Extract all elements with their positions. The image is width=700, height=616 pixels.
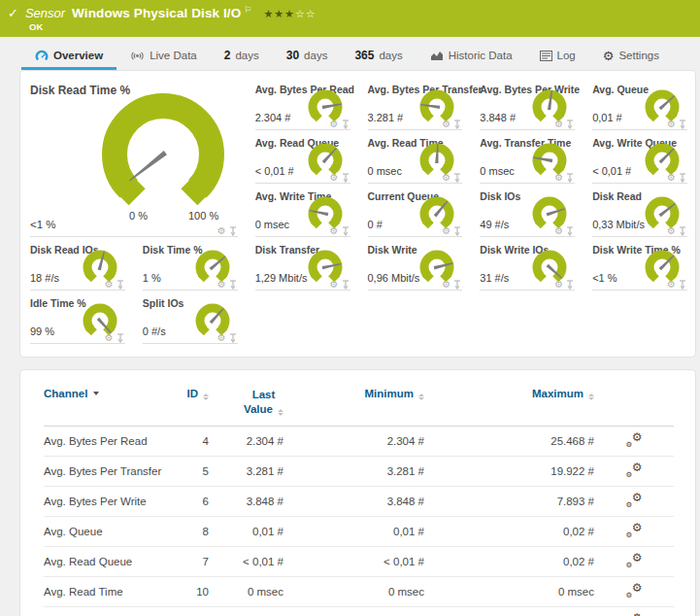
channel-settings-gears-icon[interactable]: ⚙⚙	[626, 494, 643, 507]
channel-settings-gears-icon[interactable]: ⚙⚙	[626, 463, 643, 477]
pin-icon[interactable]	[342, 280, 350, 290]
gauge-cell[interactable]: Avg. Bytes Per Transfer 3.281 # ⚙	[358, 77, 471, 130]
tab-live-data[interactable]: Live Data	[117, 44, 211, 70]
pin-icon[interactable]	[679, 226, 686, 236]
gear-icon[interactable]: ⚙	[667, 173, 676, 183]
cell-last: 0,01 #	[209, 516, 283, 546]
gauge-cell[interactable]: Avg. Read Time 0 msec ⚙	[358, 130, 471, 184]
gauge-cell[interactable]: Split IOs 0 #/s ⚙	[133, 291, 246, 344]
tab-30-days[interactable]: 30 days	[273, 44, 342, 70]
pin-icon[interactable]	[229, 226, 237, 236]
gear-icon[interactable]: ⚙	[442, 280, 450, 290]
gauge-cell[interactable]: Avg. Bytes Per Write 3.848 # ⚙	[470, 77, 583, 130]
pin-icon[interactable]	[342, 120, 350, 129]
pin-icon[interactable]	[453, 120, 461, 129]
pin-icon[interactable]	[229, 333, 237, 343]
gauge-cell[interactable]: Current Queue 0 # ⚙	[358, 184, 471, 237]
gauge-cell[interactable]: Disk Read IOs 18 #/s ⚙	[20, 237, 133, 291]
gear-icon[interactable]: ⚙	[554, 280, 563, 290]
pin-icon[interactable]	[566, 120, 574, 129]
gauge-cell[interactable]: Avg. Queue 0,01 # ⚙	[583, 77, 695, 130]
channel-settings-gears-icon[interactable]: ⚙⚙	[626, 524, 643, 537]
tab-2-days[interactable]: 2 days	[211, 44, 273, 70]
column-header-channel[interactable]: Channel	[44, 378, 180, 426]
column-header-max[interactable]: Maximum	[424, 378, 594, 426]
tab-label: days	[304, 50, 327, 61]
gauge-cell-primary[interactable]: Disk Read Time % 0 % 100 % <1 % ⚙	[20, 77, 246, 237]
tab-365-days[interactable]: 365 days	[341, 44, 416, 70]
gear-icon[interactable]: ⚙	[105, 280, 114, 290]
column-header-actions	[594, 378, 674, 426]
pin-icon[interactable]	[453, 280, 461, 290]
gear-icon[interactable]: ⚙	[554, 120, 563, 129]
tab-label: Historic Data	[449, 50, 513, 61]
gauge-cell[interactable]: Disk Write IOs 31 #/s ⚙	[470, 237, 583, 291]
tab-overview[interactable]: Overview	[21, 44, 117, 70]
gear-icon[interactable]: ⚙	[667, 226, 676, 236]
cell-max: 19.922 #	[424, 456, 594, 486]
cell-channel: Avg. Transfer Time	[44, 606, 180, 616]
pin-icon[interactable]	[566, 226, 574, 236]
gauge-cell[interactable]: Avg. Write Queue < 0,01 # ⚙	[583, 130, 695, 184]
pin-icon[interactable]	[679, 120, 686, 129]
gear-icon[interactable]: ⚙	[442, 173, 450, 183]
pin-icon[interactable]	[117, 280, 124, 290]
gauge-cell[interactable]: Avg. Transfer Time 0 msec ⚙	[470, 130, 583, 184]
pin-icon[interactable]	[679, 280, 686, 290]
gauge-cell[interactable]: Disk IOs 49 #/s ⚙	[470, 184, 583, 237]
gear-icon[interactable]: ⚙	[330, 226, 339, 236]
gear-icon[interactable]: ⚙	[554, 226, 563, 236]
channel-settings-gears-icon[interactable]: ⚙⚙	[626, 433, 643, 447]
cell-min: 0 msec	[283, 606, 424, 616]
column-header-id[interactable]: ID	[180, 378, 209, 426]
channel-settings-gears-icon[interactable]: ⚙⚙	[626, 584, 643, 598]
pin-icon[interactable]	[117, 333, 124, 343]
gear-icon[interactable]: ⚙	[217, 226, 226, 236]
gauge-cell[interactable]: Disk Write Time % <1 % ⚙	[583, 237, 695, 291]
gear-icon[interactable]: ⚙	[330, 120, 339, 129]
gear-icon[interactable]: ⚙	[442, 226, 450, 236]
pin-icon[interactable]	[342, 226, 350, 236]
tab-log[interactable]: Log	[526, 44, 589, 70]
gauge-cell[interactable]: Idle Time % 99 % ⚙	[20, 291, 133, 344]
gauge-cell-actions: ⚙	[105, 333, 124, 343]
pin-icon[interactable]	[566, 173, 574, 183]
priority-stars[interactable]: ★★★☆☆	[263, 8, 316, 20]
pin-icon[interactable]	[566, 280, 574, 290]
column-header-min[interactable]: Minimum	[283, 378, 424, 426]
gear-icon[interactable]: ⚙	[442, 120, 450, 129]
flag-icon[interactable]: ⚐	[244, 5, 251, 15]
gear-icon[interactable]: ⚙	[554, 173, 563, 183]
tab-historic-data[interactable]: Historic Data	[417, 44, 526, 70]
gear-icon[interactable]: ⚙	[330, 173, 339, 183]
pin-icon[interactable]	[229, 280, 237, 290]
gauge-cell[interactable]: Disk Write 0,96 Mbit/s ⚙	[358, 237, 471, 291]
gear-icon[interactable]: ⚙	[667, 120, 676, 129]
pin-icon[interactable]	[342, 173, 350, 183]
sensor-header-line: ✓ Sensor Windows Physical Disk I/O ⚐ ★★★…	[0, 0, 700, 20]
gauge-cell[interactable]: Disk Read 0,33 Mbit/s ⚙	[583, 184, 695, 237]
tab-settings[interactable]: ⚙ Settings	[589, 44, 673, 70]
gear-icon[interactable]: ⚙	[105, 333, 114, 343]
channel-settings-gears-icon[interactable]: ⚙⚙	[626, 554, 643, 567]
gear-icon[interactable]: ⚙	[667, 280, 676, 290]
gauge-value: 2.304 #	[255, 112, 291, 123]
gauge-cell[interactable]: Avg. Bytes Per Read 2.304 # ⚙	[246, 77, 358, 130]
gear-icon[interactable]: ⚙	[217, 280, 226, 290]
gauge-cell[interactable]: Avg. Write Time 0 msec ⚙	[246, 184, 358, 237]
gauge-cell[interactable]: Disk Time % 1 % ⚙	[133, 237, 246, 291]
gear-icon[interactable]: ⚙	[217, 333, 226, 343]
gauges-grid: Disk Read Time % 0 % 100 % <1 % ⚙ Avg. B…	[20, 71, 695, 357]
gauge-cell[interactable]: Avg. Read Queue < 0,01 # ⚙	[246, 130, 358, 184]
gauge-cell[interactable]: Disk Transfer 1,29 Mbit/s ⚙	[246, 237, 358, 291]
gauge-cell-actions: ⚙	[330, 173, 350, 183]
pin-icon[interactable]	[453, 226, 461, 236]
channels-panel: ChannelIDLastValueMinimumMaximum Avg. By…	[19, 369, 696, 616]
pin-icon[interactable]	[453, 173, 461, 183]
pin-icon[interactable]	[679, 173, 686, 183]
table-row: Avg. Read Queue7< 0,01 #< 0,01 #0,02 #⚙⚙	[44, 546, 674, 576]
gear-icon[interactable]: ⚙	[330, 280, 339, 290]
cell-actions: ⚙⚙	[594, 486, 674, 516]
table-row: Avg. Bytes Per Read42.304 #2.304 #25.468…	[44, 426, 674, 456]
column-header-last[interactable]: LastValue	[209, 378, 283, 426]
